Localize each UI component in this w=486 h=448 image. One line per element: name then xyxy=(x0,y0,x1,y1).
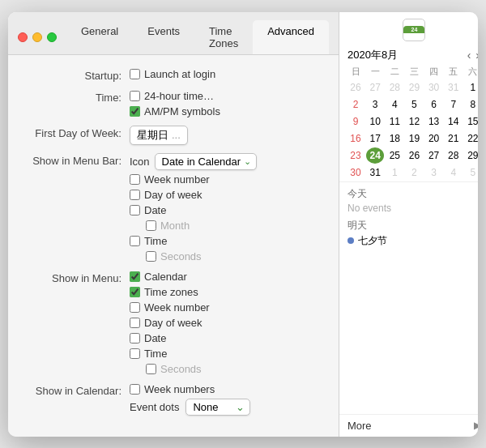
week-number-checkbox-2[interactable] xyxy=(130,302,140,313)
time-checkbox-1[interactable] xyxy=(130,236,140,246)
no-events-label: No events xyxy=(347,203,478,214)
cal-day[interactable]: 22 xyxy=(464,130,478,147)
week-numbers-checkbox[interactable] xyxy=(130,384,140,395)
prev-month-button[interactable]: ‹ xyxy=(466,49,473,62)
cal-day[interactable]: 23 xyxy=(347,147,364,164)
calendar-checkbox[interactable] xyxy=(130,271,140,282)
cal-day[interactable]: 8 xyxy=(464,96,478,113)
cal-day[interactable]: 28 xyxy=(445,147,463,164)
show-menu-bar-label: Show in Menu Bar: xyxy=(24,153,130,167)
seconds-label-1: Seconds xyxy=(160,250,202,262)
ampm-checkbox[interactable] xyxy=(130,106,140,117)
cal-day[interactable]: 17 xyxy=(366,130,384,147)
date-label-1: Date xyxy=(144,204,166,216)
next-month-button[interactable]: › xyxy=(474,49,478,62)
cal-day[interactable]: 21 xyxy=(445,130,463,147)
cal-day[interactable]: 13 xyxy=(425,113,443,130)
cal-day[interactable]: 5 xyxy=(464,164,478,181)
cal-day[interactable]: 12 xyxy=(405,113,423,130)
cal-day[interactable]: 20 xyxy=(425,130,443,147)
launch-at-login-checkbox[interactable] xyxy=(130,69,140,79)
tab-events[interactable]: Events xyxy=(133,20,194,54)
seconds-label-2: Seconds xyxy=(160,363,202,375)
more-arrow-icon: ▶ xyxy=(474,420,478,431)
week-row: 23 24 25 26 27 28 29 xyxy=(346,147,478,164)
week-row: 30 31 1 2 3 4 5 xyxy=(346,164,478,181)
day-of-week-label-1: Day of week xyxy=(144,189,202,201)
zoom-button[interactable] xyxy=(47,32,57,42)
cal-day[interactable]: 2 xyxy=(405,164,423,181)
cal-day[interactable]: 26 xyxy=(405,147,423,164)
cal-day[interactable]: 19 xyxy=(405,130,423,147)
tab-timezones[interactable]: Time Zones xyxy=(194,20,253,54)
cal-day[interactable]: 31 xyxy=(445,79,463,96)
cal-day[interactable]: 25 xyxy=(386,147,403,164)
month-year-label: 2020年8月 xyxy=(347,48,398,62)
week-number-label-1: Week number xyxy=(144,173,210,186)
cal-day[interactable]: 2 xyxy=(347,96,364,113)
startup-label: Startup: xyxy=(24,68,130,82)
cal-day[interactable]: 27 xyxy=(425,147,443,164)
days-of-week-row: 日 一 二 三 四 五 六 xyxy=(346,66,478,78)
cal-day[interactable]: 7 xyxy=(445,96,463,113)
cal-day[interactable]: 4 xyxy=(386,96,403,113)
cal-day[interactable]: 6 xyxy=(425,96,443,113)
week-numbers-label: Week numbers xyxy=(144,383,215,395)
first-day-button[interactable]: 星期日 xyxy=(130,126,188,145)
cal-day[interactable]: 31 xyxy=(366,164,384,181)
tomorrow-event-item[interactable]: 七夕节 xyxy=(347,234,478,248)
hour24-checkbox[interactable] xyxy=(130,91,140,101)
cal-day[interactable]: 5 xyxy=(405,96,423,113)
week-number-label-2: Week number xyxy=(144,301,210,314)
cal-day[interactable]: 10 xyxy=(366,113,384,130)
more-label: More xyxy=(347,420,372,432)
seconds-checkbox-1[interactable] xyxy=(146,251,156,262)
time-checkbox-2[interactable] xyxy=(130,348,140,359)
show-in-calendar-label: Show in Calendar: xyxy=(24,383,130,397)
cal-day[interactable]: 30 xyxy=(347,164,364,181)
cal-day[interactable]: 27 xyxy=(366,79,384,96)
week-row: 9 10 11 12 13 14 15 xyxy=(346,113,478,130)
close-button[interactable] xyxy=(18,32,28,42)
none-dropdown[interactable]: None ⌄ xyxy=(185,399,250,416)
month-checkbox[interactable] xyxy=(146,220,156,231)
cal-day[interactable]: 4 xyxy=(445,164,463,181)
time-zones-label: Time zones xyxy=(144,286,198,298)
time-zones-checkbox[interactable] xyxy=(130,287,140,297)
day-of-week-checkbox-2[interactable] xyxy=(130,318,140,328)
cal-day[interactable]: 29 xyxy=(405,79,423,96)
tab-general[interactable]: General xyxy=(66,20,133,54)
cal-day[interactable]: 30 xyxy=(425,79,443,96)
date-in-calendar-dropdown[interactable]: Date in Calendar ⌄ xyxy=(155,153,258,170)
week-number-checkbox-1[interactable] xyxy=(130,174,140,185)
cal-day[interactable]: 28 xyxy=(386,79,403,96)
tab-advanced[interactable]: Advanced xyxy=(253,20,329,54)
cal-day[interactable]: 16 xyxy=(347,130,364,147)
cal-day-today[interactable]: 24 xyxy=(366,147,384,164)
cal-day[interactable]: 1 xyxy=(386,164,403,181)
cal-day[interactable]: 3 xyxy=(366,96,384,113)
cal-day[interactable]: 29 xyxy=(464,147,478,164)
day-of-week-checkbox-1[interactable] xyxy=(130,190,140,200)
cal-day[interactable]: 18 xyxy=(386,130,403,147)
cal-day[interactable]: 1 xyxy=(464,79,478,96)
day-of-week-label-2: Day of week xyxy=(144,317,202,329)
dropdown-arrow-icon: ⌄ xyxy=(244,156,251,167)
more-button[interactable]: More ▶ xyxy=(339,414,478,437)
cal-day[interactable]: 26 xyxy=(347,79,364,96)
cal-day[interactable]: 14 xyxy=(445,113,463,130)
ampm-label: AM/PM symbols xyxy=(144,105,220,117)
cal-day[interactable]: 15 xyxy=(464,113,478,130)
cal-day[interactable]: 3 xyxy=(425,164,443,181)
date-checkbox-2[interactable] xyxy=(130,333,140,343)
minimize-button[interactable] xyxy=(32,32,42,42)
cal-day[interactable]: 11 xyxy=(386,113,403,130)
date-checkbox-1[interactable] xyxy=(130,205,140,215)
cal-day[interactable]: 9 xyxy=(347,113,364,130)
date-label-2: Date xyxy=(144,332,166,344)
month-label: Month xyxy=(160,220,190,232)
first-day-label: First Day of Week: xyxy=(24,126,130,139)
seconds-checkbox-2[interactable] xyxy=(146,364,156,374)
calendar-label: Calendar xyxy=(144,271,187,283)
week-row: 16 17 18 19 20 21 22 xyxy=(346,130,478,147)
